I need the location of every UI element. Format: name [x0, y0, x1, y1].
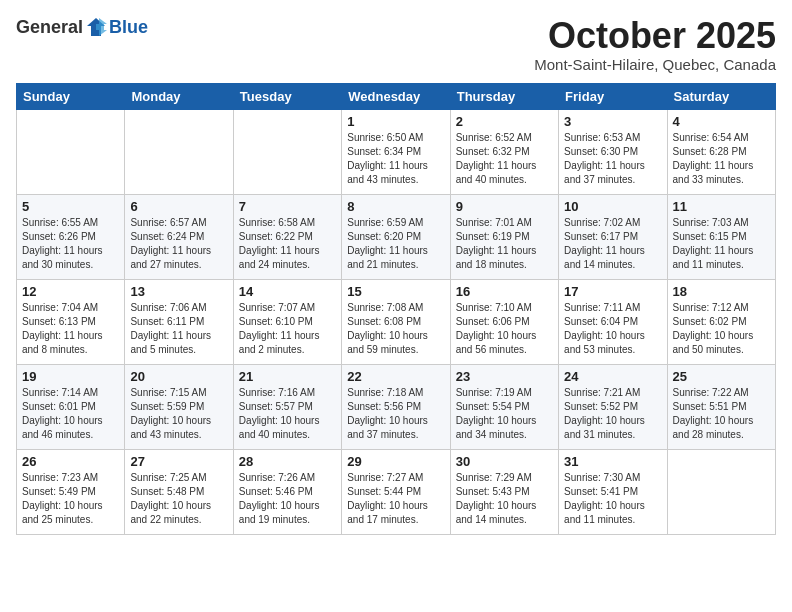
cell-date: 18	[673, 284, 770, 299]
calendar-cell: 20Sunrise: 7:15 AM Sunset: 5:59 PM Dayli…	[125, 364, 233, 449]
day-header-tuesday: Tuesday	[233, 83, 341, 109]
calendar-cell: 27Sunrise: 7:25 AM Sunset: 5:48 PM Dayli…	[125, 449, 233, 534]
cell-info: Sunrise: 7:18 AM Sunset: 5:56 PM Dayligh…	[347, 386, 444, 442]
cell-date: 3	[564, 114, 661, 129]
calendar-cell: 26Sunrise: 7:23 AM Sunset: 5:49 PM Dayli…	[17, 449, 125, 534]
cell-date: 9	[456, 199, 553, 214]
cell-info: Sunrise: 7:01 AM Sunset: 6:19 PM Dayligh…	[456, 216, 553, 272]
cell-info: Sunrise: 6:58 AM Sunset: 6:22 PM Dayligh…	[239, 216, 336, 272]
cell-info: Sunrise: 7:03 AM Sunset: 6:15 PM Dayligh…	[673, 216, 770, 272]
cell-date: 2	[456, 114, 553, 129]
cell-info: Sunrise: 7:02 AM Sunset: 6:17 PM Dayligh…	[564, 216, 661, 272]
cell-date: 23	[456, 369, 553, 384]
calendar-cell: 22Sunrise: 7:18 AM Sunset: 5:56 PM Dayli…	[342, 364, 450, 449]
cell-date: 27	[130, 454, 227, 469]
cell-date: 4	[673, 114, 770, 129]
calendar-cell: 6Sunrise: 6:57 AM Sunset: 6:24 PM Daylig…	[125, 194, 233, 279]
calendar-cell	[667, 449, 775, 534]
cell-date: 29	[347, 454, 444, 469]
cell-info: Sunrise: 7:22 AM Sunset: 5:51 PM Dayligh…	[673, 386, 770, 442]
cell-date: 31	[564, 454, 661, 469]
cell-info: Sunrise: 6:50 AM Sunset: 6:34 PM Dayligh…	[347, 131, 444, 187]
cell-info: Sunrise: 7:10 AM Sunset: 6:06 PM Dayligh…	[456, 301, 553, 357]
logo-icon	[85, 16, 107, 38]
cell-info: Sunrise: 7:07 AM Sunset: 6:10 PM Dayligh…	[239, 301, 336, 357]
week-row-5: 26Sunrise: 7:23 AM Sunset: 5:49 PM Dayli…	[17, 449, 776, 534]
calendar-cell: 23Sunrise: 7:19 AM Sunset: 5:54 PM Dayli…	[450, 364, 558, 449]
cell-date: 21	[239, 369, 336, 384]
calendar-cell: 31Sunrise: 7:30 AM Sunset: 5:41 PM Dayli…	[559, 449, 667, 534]
calendar-cell: 16Sunrise: 7:10 AM Sunset: 6:06 PM Dayli…	[450, 279, 558, 364]
logo-general-text: General	[16, 17, 83, 38]
calendar-cell: 2Sunrise: 6:52 AM Sunset: 6:32 PM Daylig…	[450, 109, 558, 194]
cell-info: Sunrise: 7:16 AM Sunset: 5:57 PM Dayligh…	[239, 386, 336, 442]
cell-date: 13	[130, 284, 227, 299]
cell-date: 11	[673, 199, 770, 214]
calendar-cell: 29Sunrise: 7:27 AM Sunset: 5:44 PM Dayli…	[342, 449, 450, 534]
week-row-2: 5Sunrise: 6:55 AM Sunset: 6:26 PM Daylig…	[17, 194, 776, 279]
calendar-cell: 19Sunrise: 7:14 AM Sunset: 6:01 PM Dayli…	[17, 364, 125, 449]
calendar-cell: 10Sunrise: 7:02 AM Sunset: 6:17 PM Dayli…	[559, 194, 667, 279]
cell-info: Sunrise: 6:55 AM Sunset: 6:26 PM Dayligh…	[22, 216, 119, 272]
calendar-cell: 18Sunrise: 7:12 AM Sunset: 6:02 PM Dayli…	[667, 279, 775, 364]
week-row-1: 1Sunrise: 6:50 AM Sunset: 6:34 PM Daylig…	[17, 109, 776, 194]
calendar-cell: 21Sunrise: 7:16 AM Sunset: 5:57 PM Dayli…	[233, 364, 341, 449]
cell-info: Sunrise: 7:23 AM Sunset: 5:49 PM Dayligh…	[22, 471, 119, 527]
calendar-cell: 4Sunrise: 6:54 AM Sunset: 6:28 PM Daylig…	[667, 109, 775, 194]
cell-date: 16	[456, 284, 553, 299]
cell-info: Sunrise: 6:53 AM Sunset: 6:30 PM Dayligh…	[564, 131, 661, 187]
calendar-subtitle: Mont-Saint-Hilaire, Quebec, Canada	[534, 56, 776, 73]
cell-date: 1	[347, 114, 444, 129]
week-row-3: 12Sunrise: 7:04 AM Sunset: 6:13 PM Dayli…	[17, 279, 776, 364]
day-header-row: SundayMondayTuesdayWednesdayThursdayFrid…	[17, 83, 776, 109]
page-header: General Blue October 2025 Mont-Saint-Hil…	[16, 16, 776, 73]
cell-info: Sunrise: 7:30 AM Sunset: 5:41 PM Dayligh…	[564, 471, 661, 527]
day-header-monday: Monday	[125, 83, 233, 109]
calendar-cell: 11Sunrise: 7:03 AM Sunset: 6:15 PM Dayli…	[667, 194, 775, 279]
cell-info: Sunrise: 6:52 AM Sunset: 6:32 PM Dayligh…	[456, 131, 553, 187]
cell-info: Sunrise: 6:59 AM Sunset: 6:20 PM Dayligh…	[347, 216, 444, 272]
title-block: October 2025 Mont-Saint-Hilaire, Quebec,…	[534, 16, 776, 73]
calendar-cell: 12Sunrise: 7:04 AM Sunset: 6:13 PM Dayli…	[17, 279, 125, 364]
cell-date: 15	[347, 284, 444, 299]
day-header-wednesday: Wednesday	[342, 83, 450, 109]
cell-info: Sunrise: 7:08 AM Sunset: 6:08 PM Dayligh…	[347, 301, 444, 357]
day-header-saturday: Saturday	[667, 83, 775, 109]
calendar-cell: 25Sunrise: 7:22 AM Sunset: 5:51 PM Dayli…	[667, 364, 775, 449]
cell-date: 8	[347, 199, 444, 214]
cell-date: 6	[130, 199, 227, 214]
cell-date: 26	[22, 454, 119, 469]
day-header-thursday: Thursday	[450, 83, 558, 109]
day-header-friday: Friday	[559, 83, 667, 109]
logo: General Blue	[16, 16, 148, 38]
cell-date: 14	[239, 284, 336, 299]
cell-info: Sunrise: 7:12 AM Sunset: 6:02 PM Dayligh…	[673, 301, 770, 357]
calendar-cell	[17, 109, 125, 194]
cell-date: 7	[239, 199, 336, 214]
cell-date: 28	[239, 454, 336, 469]
cell-date: 17	[564, 284, 661, 299]
calendar-cell: 30Sunrise: 7:29 AM Sunset: 5:43 PM Dayli…	[450, 449, 558, 534]
week-row-4: 19Sunrise: 7:14 AM Sunset: 6:01 PM Dayli…	[17, 364, 776, 449]
calendar-cell: 9Sunrise: 7:01 AM Sunset: 6:19 PM Daylig…	[450, 194, 558, 279]
cell-date: 25	[673, 369, 770, 384]
cell-date: 20	[130, 369, 227, 384]
calendar-cell: 7Sunrise: 6:58 AM Sunset: 6:22 PM Daylig…	[233, 194, 341, 279]
cell-info: Sunrise: 7:06 AM Sunset: 6:11 PM Dayligh…	[130, 301, 227, 357]
day-header-sunday: Sunday	[17, 83, 125, 109]
calendar-cell: 17Sunrise: 7:11 AM Sunset: 6:04 PM Dayli…	[559, 279, 667, 364]
cell-info: Sunrise: 7:04 AM Sunset: 6:13 PM Dayligh…	[22, 301, 119, 357]
calendar-cell: 14Sunrise: 7:07 AM Sunset: 6:10 PM Dayli…	[233, 279, 341, 364]
calendar-cell: 28Sunrise: 7:26 AM Sunset: 5:46 PM Dayli…	[233, 449, 341, 534]
calendar-cell: 15Sunrise: 7:08 AM Sunset: 6:08 PM Dayli…	[342, 279, 450, 364]
calendar-cell: 13Sunrise: 7:06 AM Sunset: 6:11 PM Dayli…	[125, 279, 233, 364]
calendar-cell: 1Sunrise: 6:50 AM Sunset: 6:34 PM Daylig…	[342, 109, 450, 194]
cell-info: Sunrise: 7:19 AM Sunset: 5:54 PM Dayligh…	[456, 386, 553, 442]
calendar-cell: 24Sunrise: 7:21 AM Sunset: 5:52 PM Dayli…	[559, 364, 667, 449]
cell-date: 10	[564, 199, 661, 214]
calendar-title: October 2025	[534, 16, 776, 56]
cell-info: Sunrise: 7:25 AM Sunset: 5:48 PM Dayligh…	[130, 471, 227, 527]
cell-date: 24	[564, 369, 661, 384]
logo-blue-text: Blue	[109, 17, 148, 38]
calendar-cell	[233, 109, 341, 194]
